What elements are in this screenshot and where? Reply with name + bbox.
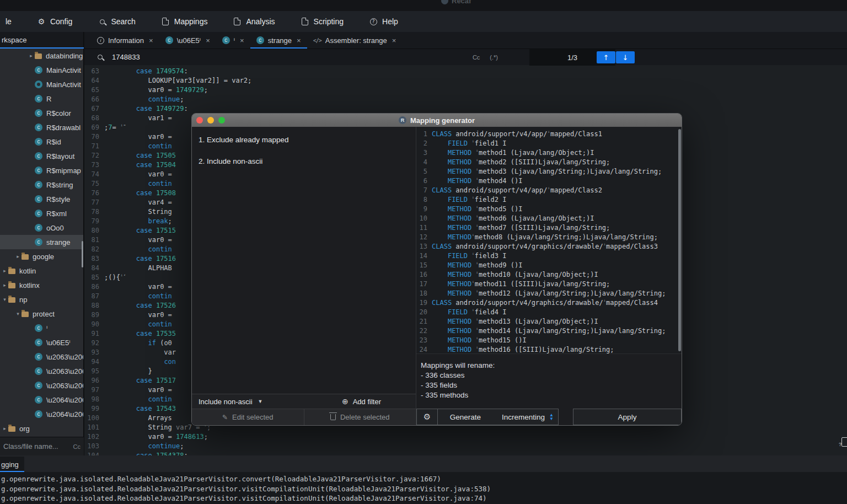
doc-icon bbox=[233, 17, 242, 26]
tree-item-label: strange bbox=[46, 238, 70, 246]
spinner-arrows-icon[interactable]: ▲▼ bbox=[549, 413, 554, 421]
search-query-text[interactable]: 1748833 bbox=[112, 53, 140, 61]
edit-selected-button[interactable]: ✎ Edit selected bbox=[192, 409, 304, 425]
line-number: 8 bbox=[416, 196, 432, 205]
tree-item-r$color[interactable]: cR$color bbox=[0, 106, 83, 120]
menu-item-analysis[interactable]: Analysis bbox=[227, 11, 280, 32]
close-icon[interactable]: × bbox=[149, 36, 153, 45]
mapping-preview[interactable]: 1CLASS android/support/v4/app/ⁱmapped/Cl… bbox=[416, 127, 682, 353]
tree-item-kotlinx[interactable]: ▸kotlinx bbox=[0, 278, 83, 292]
tree-right-arrow-icon[interactable]: ▸ bbox=[14, 254, 22, 259]
class-icon: c bbox=[35, 353, 42, 361]
code-token bbox=[104, 405, 136, 414]
tree-item-r$layout[interactable]: cR$layout bbox=[0, 149, 83, 163]
tab-[interactable]: cⁱ× bbox=[216, 32, 250, 49]
file-question-icon[interactable] bbox=[841, 437, 847, 447]
menu-item-search[interactable]: Search bbox=[92, 11, 141, 32]
filter-type-dropdown[interactable]: Include non-ascii ▼ bbox=[192, 398, 307, 406]
tab-information[interactable]: iInformation× bbox=[91, 32, 159, 49]
menu-item-config[interactable]: ⚙Config bbox=[31, 11, 78, 32]
tree-item-u2063u206[interactable]: c\u2063\u206 bbox=[0, 378, 83, 393]
tree-item-r$id[interactable]: cR$id bbox=[0, 135, 83, 149]
class-filter-input[interactable]: Class/file name... Cc bbox=[0, 437, 84, 455]
menu-item-file[interactable]: le bbox=[0, 11, 17, 32]
filter-list-item[interactable]: 1. Exclude already mapped bbox=[199, 136, 409, 144]
tree-item-r$style[interactable]: cR$style bbox=[0, 192, 83, 206]
close-icon[interactable]: × bbox=[206, 36, 210, 45]
maximize-window-button[interactable] bbox=[218, 117, 225, 124]
tree-down-arrow-icon[interactable]: ▾ bbox=[14, 311, 22, 317]
code-line: 5 METHOD ⁱmethod3 (Ljava/lang/String;)Lj… bbox=[416, 168, 682, 177]
code-line: 20 FIELD ⁱfield4 I bbox=[416, 308, 682, 318]
keyword-token: contin bbox=[148, 292, 171, 302]
tab-assemblerstrange[interactable]: </>Assembler: strange× bbox=[307, 32, 403, 49]
tree-item-u2063u206[interactable]: c\u2063\u206 bbox=[0, 350, 83, 364]
case-sensitivity-toggle[interactable]: Cc bbox=[73, 443, 81, 450]
close-icon[interactable]: × bbox=[392, 36, 396, 45]
tree-right-arrow-icon[interactable]: ▸ bbox=[1, 282, 8, 288]
tab-workspace[interactable]: rkspace bbox=[0, 32, 27, 47]
tree-item-protect[interactable]: ▾protect bbox=[0, 307, 83, 321]
tree-item-mainactivit[interactable]: cMainActivit bbox=[0, 63, 83, 77]
number-token: 1749729 bbox=[176, 86, 204, 95]
code-token bbox=[104, 377, 136, 386]
tree-item-r$drawabl[interactable]: cR$drawabl bbox=[0, 120, 83, 135]
search-next-button[interactable]: ↓ bbox=[616, 51, 635, 63]
keyword-token: continue bbox=[148, 442, 180, 452]
tree-item-org[interactable]: ▸org bbox=[0, 421, 83, 436]
recaf-logo-icon bbox=[441, 0, 448, 4]
menu-item-scripting[interactable]: Scripting bbox=[295, 11, 349, 32]
close-window-button[interactable] bbox=[196, 117, 203, 124]
tree-item-u2063u206[interactable]: c\u2063\u206 bbox=[0, 364, 83, 378]
tree-right-arrow-icon[interactable]: ▸ bbox=[1, 426, 8, 431]
close-icon[interactable]: × bbox=[297, 36, 301, 45]
dialog-titlebar[interactable]: R Mapping generator bbox=[192, 114, 682, 127]
apply-button[interactable]: Apply bbox=[573, 409, 682, 425]
tree-item-r[interactable]: cR bbox=[0, 92, 83, 106]
preview-scrollbar-thumb[interactable] bbox=[678, 129, 681, 351]
search-prev-button[interactable]: ↑ bbox=[597, 51, 615, 63]
tab-strange[interactable]: cstrange× bbox=[250, 32, 307, 49]
filter-list-item[interactable]: 2. Include non-ascii bbox=[199, 157, 409, 165]
tree-item-u2064u206[interactable]: c\u2064\u206 bbox=[0, 393, 83, 407]
tree-item-ooo0[interactable]: coOo0 bbox=[0, 221, 83, 235]
delete-selected-button[interactable]: Delete selected bbox=[304, 409, 416, 425]
log-output[interactable]: g.openrewrite.java.isolated.ReloadableJa… bbox=[0, 472, 847, 504]
line-number: 94 bbox=[84, 358, 104, 367]
minimize-window-button[interactable] bbox=[207, 117, 214, 124]
tree-item-kotlin[interactable]: ▸kotlin bbox=[0, 264, 83, 278]
generator-settings-button[interactable]: ⚙ bbox=[417, 409, 438, 425]
tree-right-arrow-icon[interactable]: ▸ bbox=[1, 268, 8, 274]
menu-item-mappings[interactable]: Mappings bbox=[156, 11, 213, 32]
tree-item-u06e5[interactable]: c\u06E5ⁱ bbox=[0, 335, 83, 350]
tree-item-google[interactable]: ▸google bbox=[0, 249, 83, 264]
search-regex-toggle[interactable]: (.*) bbox=[490, 54, 498, 61]
tab-logging[interactable]: gging bbox=[0, 457, 24, 472]
tab-label: Information bbox=[108, 36, 144, 45]
tree-item-np[interactable]: ▾np bbox=[0, 292, 83, 307]
sidebar-scrollbar-thumb[interactable] bbox=[82, 241, 83, 267]
tree-item-mainactivit[interactable]: cMainActivit bbox=[0, 77, 83, 92]
tree-right-arrow-icon[interactable]: ▸ bbox=[28, 53, 35, 58]
keyword-token: FIELD bbox=[448, 140, 471, 149]
tree-item-strange[interactable]: cstrange bbox=[0, 235, 83, 249]
close-icon[interactable]: × bbox=[240, 36, 244, 45]
tree-down-arrow-icon[interactable]: ▾ bbox=[1, 297, 8, 302]
generate-button[interactable]: Generate bbox=[438, 409, 493, 425]
tree-item-databinding[interactable]: ▸databinding bbox=[0, 49, 83, 63]
tree-item-r$xml[interactable]: cR$xml bbox=[0, 206, 83, 221]
code-token: mapped/Class4 bbox=[606, 299, 658, 308]
tab-u06e5[interactable]: c\u06E5ⁱ× bbox=[159, 32, 216, 49]
keyword-token: case bbox=[136, 377, 156, 386]
gear-icon: ⚙ bbox=[424, 412, 431, 422]
search-case-toggle[interactable]: Cc bbox=[473, 54, 480, 61]
naming-strategy-select[interactable]: Incrementing ▲▼ bbox=[493, 409, 558, 425]
tree-item-r$string[interactable]: cR$string bbox=[0, 178, 83, 192]
menu-item-help[interactable]: ?Help bbox=[363, 11, 404, 32]
tree-item-u2064u206[interactable]: c\u2064\u206 bbox=[0, 407, 83, 421]
add-filter-button[interactable]: ⊕ Add filter bbox=[307, 397, 416, 406]
class-icon: c bbox=[35, 167, 42, 174]
code-token: android/support/v4/graphics/drawable/ bbox=[455, 243, 603, 252]
tree-item-[interactable]: cⁱ bbox=[0, 321, 83, 335]
tree-item-r$mipmap[interactable]: cR$mipmap bbox=[0, 163, 83, 178]
